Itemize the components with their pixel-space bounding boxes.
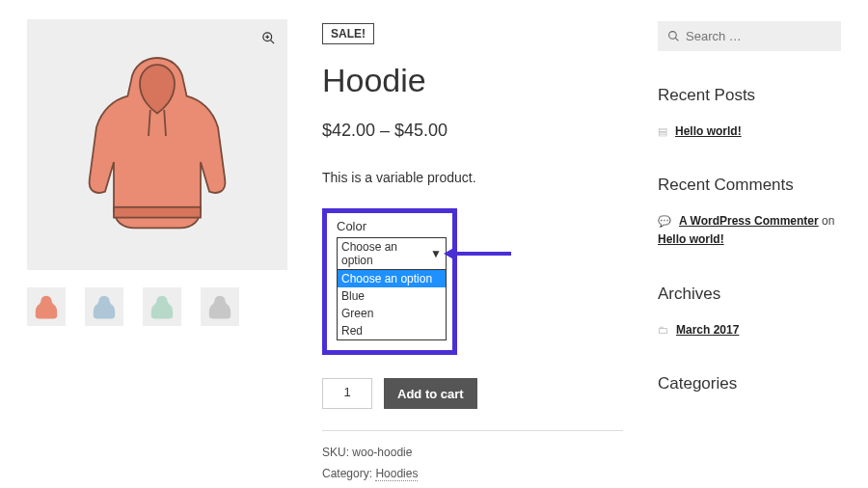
option-green[interactable]: Green — [338, 305, 446, 322]
thumbnail-4[interactable] — [201, 287, 239, 326]
svg-rect-4 — [114, 207, 201, 218]
folder-icon: 🗀 — [658, 324, 668, 336]
search-input[interactable] — [686, 29, 831, 43]
product-price: $42.00 – $45.00 — [322, 121, 623, 141]
sku-label: SKU: — [322, 446, 349, 459]
archives-heading: Archives — [658, 285, 841, 304]
archive-link[interactable]: March 2017 — [676, 323, 739, 337]
annotation-arrow — [444, 246, 511, 261]
variation-highlight-box: Color Choose an option ▼ Choose an optio… — [322, 208, 457, 355]
category-link[interactable]: Hoodies — [375, 467, 418, 481]
product-title: Hoodie — [322, 62, 623, 99]
comment-icon: 💬 — [658, 215, 671, 227]
category-label: Category: — [322, 467, 372, 480]
svg-line-6 — [675, 38, 678, 41]
recent-post-link[interactable]: Hello world! — [675, 124, 742, 138]
hoodie-illustration — [70, 48, 244, 241]
product-description: This is a variable product. — [322, 170, 623, 185]
select-dropdown-list: Choose an option Blue Green Red — [337, 270, 447, 340]
sku-value: woo-hoodie — [352, 446, 412, 459]
thumbnail-2[interactable] — [85, 287, 123, 326]
search-box[interactable] — [658, 21, 841, 51]
svg-point-5 — [669, 32, 677, 40]
comment-author-link[interactable]: A WordPress Commenter — [679, 214, 819, 228]
product-main-image — [27, 19, 287, 270]
search-icon — [667, 30, 680, 42]
comment-post-link[interactable]: Hello world! — [658, 232, 724, 246]
document-icon: ▤ — [658, 125, 667, 137]
recent-posts-heading: Recent Posts — [658, 86, 841, 105]
quantity-input[interactable]: 1 — [322, 378, 372, 409]
select-value: Choose an option — [341, 240, 430, 267]
svg-line-1 — [270, 40, 274, 43]
thumbnail-3[interactable] — [143, 287, 181, 326]
option-choose[interactable]: Choose an option — [338, 270, 446, 287]
option-blue[interactable]: Blue — [338, 287, 446, 305]
categories-heading: Categories — [658, 374, 841, 393]
chevron-down-icon: ▼ — [430, 247, 442, 260]
zoom-icon[interactable] — [261, 31, 276, 45]
option-red[interactable]: Red — [338, 322, 446, 339]
add-to-cart-button[interactable]: Add to cart — [384, 378, 477, 409]
color-select[interactable]: Choose an option ▼ — [337, 237, 447, 270]
variation-label: Color — [337, 219, 443, 233]
thumbnail-1[interactable] — [27, 287, 66, 326]
sale-badge: SALE! — [322, 23, 374, 44]
recent-comments-heading: Recent Comments — [658, 176, 841, 195]
on-text: on — [819, 214, 835, 228]
